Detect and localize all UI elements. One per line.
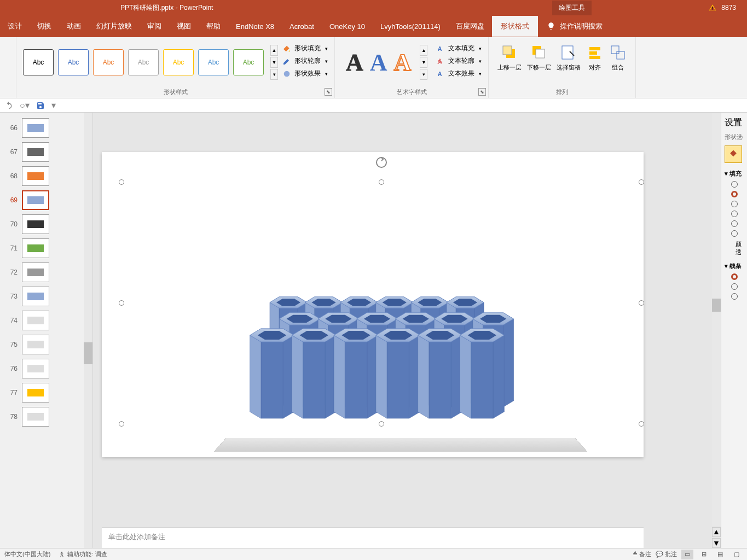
tab-review[interactable]: 审阅: [140, 16, 169, 37]
tab-onekey[interactable]: OneKey 10: [322, 17, 373, 36]
accessibility-status[interactable]: 辅助功能: 调查: [58, 550, 107, 558]
selection-pane-button[interactable]: 选择窗格: [557, 44, 581, 72]
style-preset-3[interactable]: Abc: [93, 49, 124, 75]
slide-thumbnail-66[interactable]: 66: [0, 116, 92, 140]
align-button[interactable]: 对齐: [586, 44, 604, 72]
slide-thumbnail-72[interactable]: 72: [0, 260, 92, 284]
style-preset-6[interactable]: Abc: [198, 49, 229, 75]
send-backward-button[interactable]: 下移一层: [527, 44, 551, 72]
tell-me-search[interactable]: 操作说明搜索: [547, 21, 603, 31]
wordart-preset-1[interactable]: A: [346, 49, 363, 77]
shape-outline-button[interactable]: 形状轮廓▾: [282, 56, 328, 66]
next-slide-button[interactable]: ⯆: [712, 538, 721, 548]
pane-tab-shape-options[interactable]: 形状选: [725, 133, 744, 141]
normal-view-button[interactable]: ▭: [681, 550, 693, 559]
tab-endnote[interactable]: EndNote X8: [228, 17, 282, 36]
slide-thumbnail-75[interactable]: 75: [0, 332, 92, 357]
shape-fill-button[interactable]: 形状填充▾: [282, 44, 328, 53]
style-preset-2[interactable]: Abc: [58, 49, 89, 75]
selection-box[interactable]: [121, 182, 641, 424]
resize-handle-e[interactable]: [639, 300, 644, 306]
tab-lvyhtools[interactable]: LvyhTools(201114): [373, 17, 448, 36]
tab-slideshow[interactable]: 幻灯片放映: [89, 16, 140, 37]
slide-thumbnail-68[interactable]: 68: [0, 164, 92, 188]
slide-thumbnail-76[interactable]: 76: [0, 357, 92, 381]
resize-handle-n[interactable]: [379, 179, 384, 185]
slide[interactable]: [102, 152, 644, 457]
tab-acrobat[interactable]: Acrobat: [282, 17, 322, 36]
text-fill-button[interactable]: A 文本填充▾: [436, 44, 482, 53]
resize-handle-w[interactable]: [119, 300, 124, 306]
slide-thumbnail-69[interactable]: 69: [0, 188, 92, 212]
notes-toggle[interactable]: ≙ 备注: [633, 550, 651, 558]
wordart-up-icon[interactable]: ▲: [420, 45, 427, 56]
tab-view[interactable]: 视图: [169, 16, 199, 37]
resize-handle-se[interactable]: [639, 421, 644, 427]
shape-style-gallery[interactable]: Abc Abc Abc Abc Abc Abc Abc ▲ ▼ ▾: [21, 39, 280, 85]
honeycomb-3d-shape[interactable]: [231, 286, 570, 456]
save-icon[interactable]: [36, 101, 45, 110]
sorter-view-button[interactable]: ⊞: [698, 550, 710, 559]
style-preset-5[interactable]: Abc: [163, 49, 194, 75]
notes-area[interactable]: 单击此处添加备注: [102, 527, 644, 548]
qat-more-icon[interactable]: ▾: [51, 100, 56, 110]
wordart-launcher[interactable]: ⬊: [478, 88, 486, 96]
undo-icon[interactable]: [4, 101, 13, 110]
style-preset-4[interactable]: Abc: [128, 49, 159, 75]
tab-baidu[interactable]: 百度网盘: [448, 16, 492, 37]
resize-handle-nw[interactable]: [119, 179, 124, 185]
shape-effects-button[interactable]: 形状效果▾: [282, 69, 328, 78]
thumb-scroll-handle[interactable]: [84, 342, 92, 364]
tab-design[interactable]: 设计: [0, 16, 30, 37]
group-button[interactable]: 组合: [609, 44, 627, 72]
wordart-gallery[interactable]: A A A ▲ ▼ ▾: [339, 39, 434, 85]
gallery-up-icon[interactable]: ▲: [270, 45, 278, 56]
gallery-more-icon[interactable]: ▾: [270, 69, 278, 80]
resize-handle-ne[interactable]: [639, 179, 644, 185]
fill-option-3[interactable]: [731, 201, 744, 207]
fill-option-4[interactable]: [731, 211, 744, 217]
slide-thumbnail-78[interactable]: 78: [0, 405, 92, 429]
slide-thumbnail-73[interactable]: 73: [0, 284, 92, 308]
slide-thumbnail-panel[interactable]: 66676869707172737475767778: [0, 113, 93, 548]
fill-option-6[interactable]: [731, 230, 744, 237]
tab-shape-format[interactable]: 形状格式: [492, 16, 538, 37]
style-preset-1[interactable]: Abc: [23, 49, 54, 75]
canvas-scrollbar[interactable]: [712, 113, 721, 526]
slide-thumbnail-74[interactable]: 74: [0, 308, 92, 332]
wordart-preset-2[interactable]: A: [370, 49, 387, 77]
fill-line-tab-icon[interactable]: [725, 145, 742, 163]
slideshow-view-button[interactable]: ▢: [731, 550, 743, 559]
slide-thumbnail-77[interactable]: 77: [0, 381, 92, 405]
rotate-handle[interactable]: [375, 156, 388, 171]
thumb-scrollbar[interactable]: [84, 113, 92, 548]
line-option-1[interactable]: [731, 273, 744, 280]
slide-canvas-area[interactable]: 单击此处添加备注 ⯅ ⯆: [93, 113, 721, 548]
style-preset-7[interactable]: Abc: [233, 49, 264, 75]
language-status[interactable]: 体中文(中国大陆): [4, 550, 50, 558]
shape-styles-launcher[interactable]: ⬊: [325, 88, 332, 96]
gallery-down-icon[interactable]: ▼: [270, 57, 278, 68]
text-effects-button[interactable]: A 文本效果▾: [436, 69, 482, 78]
fill-section-title[interactable]: ▾ 填充: [725, 170, 744, 178]
fill-option-1[interactable]: [731, 181, 744, 188]
text-outline-button[interactable]: A 文本轮廓▾: [436, 56, 482, 66]
prev-slide-button[interactable]: ⯅: [712, 527, 721, 537]
reading-view-button[interactable]: ▤: [714, 550, 726, 559]
line-section-title[interactable]: ▾ 线条: [725, 262, 744, 270]
tab-transition[interactable]: 切换: [30, 16, 59, 37]
canvas-scroll-handle[interactable]: [712, 299, 721, 312]
wordart-preset-3[interactable]: A: [394, 49, 412, 77]
slide-thumbnail-67[interactable]: 67: [0, 140, 92, 164]
fill-option-2[interactable]: [731, 191, 744, 197]
comments-toggle[interactable]: 💬 批注: [656, 550, 677, 558]
slide-thumbnail-70[interactable]: 70: [0, 212, 92, 236]
slide-thumbnail-71[interactable]: 71: [0, 236, 92, 260]
tab-animation[interactable]: 动画: [59, 16, 89, 37]
line-option-2[interactable]: [731, 283, 744, 290]
wordart-down-icon[interactable]: ▼: [420, 57, 427, 68]
wordart-more-icon[interactable]: ▾: [420, 69, 427, 80]
tab-help[interactable]: 帮助: [199, 16, 228, 37]
qat-dropdown-icon[interactable]: ○▾: [20, 100, 30, 110]
fill-option-5[interactable]: [731, 220, 744, 227]
